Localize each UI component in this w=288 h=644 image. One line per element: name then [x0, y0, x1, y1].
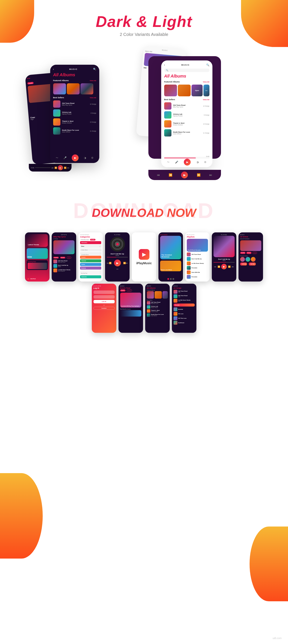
events-tags: #spotify #music: [120, 290, 141, 292]
all-song-3[interactable]: Let Me Down Slowly4:10: [174, 299, 195, 303]
playing-play-btn[interactable]: ▶: [114, 260, 121, 266]
cat-intelecthor[interactable]: Intelecthor: [80, 275, 101, 278]
cat-country[interactable]: Country: [80, 256, 101, 259]
nav-waveform-icon[interactable]: 〜: [56, 156, 58, 160]
playlist-item-5[interactable]: Paris With Me: [187, 270, 208, 274]
cat-artistic[interactable]: Artistic Music: [80, 248, 101, 252]
light-song-1[interactable]: Old Town Road Billy Ray Cyrus 12 Songs: [161, 102, 212, 110]
dark-song-1[interactable]: Old Town Road Billy Ray Cyrus 12 Songs: [50, 100, 99, 108]
dark-song-2[interactable]: Victory Lab Nipsey Hussle 8 Songs: [50, 108, 99, 118]
light-album-1[interactable]: [164, 84, 177, 96]
nav-play-button[interactable]: ▶: [72, 154, 79, 161]
playing-next[interactable]: ⏭: [126, 262, 128, 264]
light-search-bar[interactable]: 🔍: [164, 68, 209, 72]
all-song-7[interactable]: Sunflower: [174, 321, 195, 325]
login-username[interactable]: [93, 290, 115, 294]
artist-list-2[interactable]: Don't Call Me Up Mabel: [53, 264, 74, 268]
artist-list-3[interactable]: Let Me Down Slowly Alec Benjamin: [53, 268, 74, 272]
light-nav-play[interactable]: ▶: [184, 159, 191, 166]
all-song-4[interactable]: Basilisk: [174, 307, 195, 311]
mini-album-song-1[interactable]: Old Town Road Billy Ray Cyrus: [147, 301, 168, 304]
nav-settings-icon[interactable]: ⚙: [91, 156, 93, 159]
dark-player-bar: 0:00 ⏮ ⏪ ▶ ⏩ ⏭: [29, 164, 71, 172]
dark-song-4[interactable]: Death Race For Love Juice WRLD 11 Songs: [50, 126, 99, 136]
light-album-4[interactable]: #bil: [204, 84, 209, 96]
lc-forward-icon[interactable]: ⏩: [197, 173, 201, 177]
playlist-item-1[interactable]: Old Town Road: [187, 252, 208, 256]
lc-play-button[interactable]: ▶: [181, 172, 188, 178]
dark-song-3[interactable]: Thank U, Next Ariana Grande 13 Songs: [50, 118, 99, 126]
artist-list-1[interactable]: Old Town Road Billy Ray Cyrus: [53, 260, 74, 263]
lc-next-icon[interactable]: ⏭: [209, 173, 212, 177]
cat-blues[interactable]: Blues ›: [80, 245, 101, 248]
featured-artists-row: [240, 257, 261, 262]
dark-view-all-2[interactable]: View All: [90, 97, 96, 99]
light-album-3[interactable]: #jazz: [192, 84, 202, 96]
latest-trends-title: Latest Trends: [28, 244, 39, 246]
download-title[interactable]: DOWNLOAD NOW: [0, 206, 288, 220]
light-search-icon[interactable]: 🔍: [206, 64, 209, 66]
cat-genres[interactable]: Genres: [80, 263, 101, 266]
screen-all-artists: MUSIC All Artists Artist Of The Month #s…: [239, 232, 263, 282]
dark-view-all-1[interactable]: View All: [90, 80, 96, 82]
login-facebook[interactable]: Facebook: [93, 307, 115, 310]
playlist-item-3[interactable]: Let Me Down Slowly: [187, 262, 208, 265]
next-icon[interactable]: ⏭: [67, 166, 69, 169]
all-song-2[interactable]: Old Town Road3:40: [174, 294, 195, 298]
playing-forward[interactable]: ⏩: [123, 262, 126, 264]
light-song-4[interactable]: Death Race For Love Juice WRLD 11 Songs: [161, 128, 212, 137]
playlist-item-4[interactable]: Porcelain: [187, 266, 208, 270]
login-submit[interactable]: LOG IN: [93, 300, 115, 303]
prev-icon[interactable]: ⏮: [51, 166, 54, 169]
p2-play-btn[interactable]: ▶: [221, 264, 227, 269]
cat-bambula[interactable]: Bambula: [80, 266, 101, 270]
mini-album-song-3[interactable]: Thank U, Next Ariana Grande: [147, 309, 168, 313]
light-view-all-1[interactable]: View All: [203, 81, 209, 83]
playlist-item-2[interactable]: Don't Call Me Up: [187, 257, 208, 261]
all-song-5[interactable]: 4th Love: [174, 312, 195, 316]
cat-classical[interactable]: Classical: [80, 259, 101, 262]
p2-prev[interactable]: ⏮: [214, 266, 216, 268]
forward-icon[interactable]: ⏩: [64, 166, 66, 169]
mini-album-song-4[interactable]: Death Race For Love Juice WRLD: [147, 313, 168, 317]
cat-guardian[interactable]: Guardian Blues: [80, 252, 101, 255]
dark-album-3[interactable]: [80, 83, 93, 94]
dark-album-1[interactable]: [53, 83, 66, 94]
light-song-3[interactable]: Thank U, Next Ariana Grande 13 Songs: [161, 120, 212, 128]
light-song-2[interactable]: Victory Lab Nipsey Hussle 8 Songs: [161, 110, 212, 120]
rewind-icon[interactable]: ⏪: [54, 166, 57, 169]
screen-categories: CATEGORIES Categories #Trending music #s…: [78, 232, 103, 282]
screen-playlists: PLAYLISTS Playlists Top 50 Rock Decades …: [185, 232, 210, 282]
playlist-item-6[interactable]: Porcelain: [187, 275, 208, 279]
light-view-all-2[interactable]: View All: [203, 99, 209, 100]
light-nav-settings[interactable]: ⚙: [204, 161, 207, 164]
light-album-2[interactable]: [178, 84, 191, 96]
all-song-6[interactable]: Kill This Love: [174, 316, 195, 320]
lc-rewind-icon[interactable]: ⏪: [169, 173, 172, 177]
all-song-1[interactable]: Old Town Road3:30: [174, 290, 195, 294]
playing-prev[interactable]: ⏮: [107, 262, 109, 264]
p2-next[interactable]: ⏭: [232, 266, 234, 268]
playing-rewind[interactable]: ⏪: [109, 262, 111, 264]
play-button[interactable]: ▶: [58, 165, 63, 170]
login-password[interactable]: [93, 295, 115, 298]
dark-album-2[interactable]: [67, 83, 80, 94]
nav-contrast-icon[interactable]: ◑: [84, 156, 86, 159]
nav-mic-icon[interactable]: 🎤: [63, 156, 67, 159]
dark-phone-main: ‹ MUSIC 🔍 All Albums Featured Albums Vie…: [50, 65, 99, 163]
light-nav-mic[interactable]: 🎤: [175, 161, 178, 164]
lc-prev-icon[interactable]: ⏮: [157, 173, 160, 177]
screen-playing: PLAYING Don't Call Me Up Mabel ⏮ ⏪ ▶ ⏩ ⏭…: [105, 232, 130, 282]
p2-rewind[interactable]: ⏪: [218, 266, 220, 268]
dark-phone-header: ‹ MUSIC 🔍: [50, 65, 99, 72]
playing2-image: [214, 236, 235, 257]
p2-forward[interactable]: ⏩: [228, 266, 231, 268]
dark-phone-cluster: Ever #spotify Coac High ‹ MUSIC 🔍 All Al…: [24, 48, 148, 172]
watermark: ui8.com: [273, 637, 282, 640]
mini-album-song-2[interactable]: Victory Lab Nipsey Hussle: [147, 305, 168, 309]
search-icon[interactable]: 🔍: [93, 68, 96, 71]
light-phone-main: ‹ MUSIC 🔍 🔍 All Albums Featured Albums V…: [161, 60, 212, 167]
light-nav-waveform[interactable]: 〜: [167, 160, 170, 164]
cat-information[interactable]: Information: [80, 241, 101, 244]
light-nav-contrast[interactable]: ◑: [196, 161, 199, 164]
